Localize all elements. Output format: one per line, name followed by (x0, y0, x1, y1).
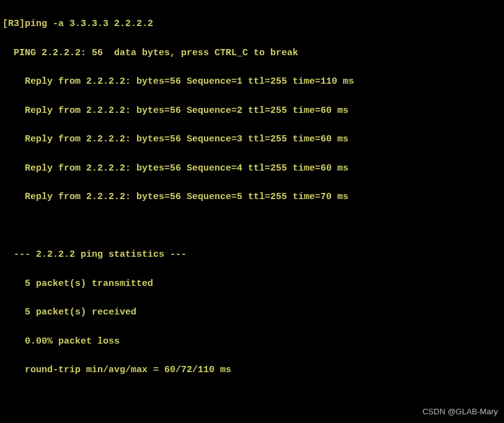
watermark: CSDN @GLAB-Mary (422, 406, 498, 418)
stats-line: 5 packet(s) received (2, 305, 502, 319)
stats-header-1: --- 2.2.2.2 ping statistics --- (2, 247, 502, 262)
ping-reply: Reply from 2.2.2.2: bytes=56 Sequence=4 … (2, 161, 502, 176)
ping-reply: Reply from 2.2.2.2: bytes=56 Sequence=2 … (2, 104, 502, 118)
ping-prompt-1: [R3]ping -a 3.3.3.3 2.2.2.2 (2, 17, 502, 31)
stats-line: 5 packet(s) transmitted (2, 277, 502, 291)
stats-line: 0.00% packet loss (2, 334, 502, 349)
ping-reply: Reply from 2.2.2.2: bytes=56 Sequence=5 … (2, 190, 502, 204)
terminal-output: [R3]ping -a 3.3.3.3 2.2.2.2 PING 2.2.2.2… (2, 2, 502, 423)
ping-prompt-2: [R3]ping 2.2.2.2 (2, 421, 502, 423)
stats-line: round-trip min/avg/max = 60/72/110 ms (2, 363, 502, 377)
blank-line (2, 219, 502, 233)
ping-reply: Reply from 2.2.2.2: bytes=56 Sequence=3 … (2, 132, 502, 146)
blank-line (2, 392, 502, 406)
ping-reply: Reply from 2.2.2.2: bytes=56 Sequence=1 … (2, 74, 502, 89)
ping-header-1: PING 2.2.2.2: 56 data bytes, press CTRL_… (2, 46, 502, 60)
